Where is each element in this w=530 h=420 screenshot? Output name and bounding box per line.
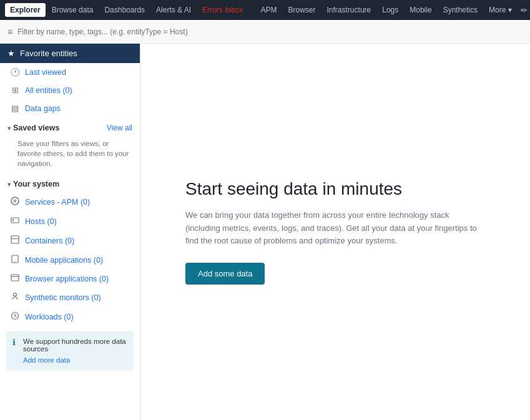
sidebar-item-hosts-label: Hosts (0) [25, 217, 57, 226]
svg-rect-5 [11, 238, 19, 239]
your-system-label: Your system [13, 180, 59, 188]
filter-icon: ≡ [7, 27, 12, 37]
nav-item-more[interactable]: More ▾ [484, 3, 517, 17]
containers-icon [10, 235, 20, 246]
filter-bar: ≡ [0, 20, 530, 44]
sidebar-item-workloads-label: Workloads (0) [25, 313, 74, 321]
data-gaps-icon: ▤ [10, 104, 20, 113]
saved-views-label: Saved views [13, 124, 59, 132]
sidebar-item-workloads[interactable]: Workloads (0) [0, 307, 140, 326]
saved-views-view-all[interactable]: View all [107, 124, 132, 132]
sidebar-item-all-entities[interactable]: ⊞ All entities (0) [0, 81, 140, 99]
add-more-data-link[interactable]: Add more data [23, 356, 70, 364]
sidebar-item-synthetic-monitors-label: Synthetic monitors (0) [25, 293, 101, 302]
saved-views-title-group: ▾ Saved views [7, 124, 59, 132]
favorite-entities-button[interactable]: ★ Favorite entities [0, 44, 140, 63]
favorite-entities-label: Favorite entities [20, 49, 77, 58]
sidebar-item-mobile-apps[interactable]: Mobile applications (0) [0, 250, 140, 270]
sidebar-item-synthetic-monitors[interactable]: Synthetic monitors (0) [0, 288, 140, 307]
start-content-block: Start seeing data in minutes We can brin… [185, 179, 485, 285]
page-description: We can bring your data together from acr… [185, 209, 485, 248]
svg-point-7 [14, 261, 16, 263]
top-nav: Explorer Browse data Dashboards Alerts &… [0, 0, 530, 20]
mobile-apps-icon [10, 255, 20, 265]
page-title: Start seeing data in minutes [185, 179, 485, 199]
svg-rect-8 [11, 275, 19, 281]
clock-icon: 🕐 [10, 67, 20, 77]
nav-item-infrastructure[interactable]: Infrastructure [322, 3, 376, 17]
workloads-icon [10, 311, 20, 322]
info-icon: ℹ [12, 338, 16, 347]
star-icon: ★ [7, 49, 15, 58]
sidebar-item-browser-apps-label: Browser applications (0) [25, 275, 109, 283]
main-layout: ★ Favorite entities 🕐 Last viewed ⊞ All … [0, 44, 530, 420]
nav-item-alerts-ai[interactable]: Alerts & AI [151, 3, 196, 17]
main-content: Start seeing data in minutes We can brin… [140, 44, 530, 420]
svg-rect-1 [11, 218, 19, 223]
nav-item-logs[interactable]: Logs [377, 3, 403, 17]
nav-item-browse-data[interactable]: Browse data [47, 3, 99, 17]
sidebar-info-text: We support hundreds more data sources [23, 338, 127, 353]
nav-item-dashboards[interactable]: Dashboards [99, 3, 150, 17]
hosts-icon [10, 216, 20, 227]
nav-item-browser[interactable]: Browser [283, 3, 321, 17]
sidebar-item-containers[interactable]: Containers (0) [0, 231, 140, 250]
grid-icon: ⊞ [10, 85, 20, 95]
sidebar-item-containers-label: Containers (0) [25, 237, 74, 245]
saved-views-collapse-icon: ▾ [7, 125, 11, 132]
nav-item-apm[interactable]: APM [256, 3, 282, 17]
sidebar: ★ Favorite entities 🕐 Last viewed ⊞ All … [0, 44, 140, 420]
services-apm-icon [10, 197, 20, 207]
svg-rect-2 [12, 219, 14, 220]
nav-item-errors-inbox[interactable]: Errors Inbox [197, 3, 248, 17]
sidebar-item-browser-apps[interactable]: Browser applications (0) [0, 270, 140, 288]
sidebar-item-services-apm[interactable]: Services - APM (0) [0, 192, 140, 212]
add-some-data-button[interactable]: Add some data [185, 263, 265, 285]
nav-item-mobile[interactable]: Mobile [405, 3, 436, 17]
sidebar-item-all-entities-label: All entities (0) [25, 86, 72, 95]
sidebar-item-mobile-apps-label: Mobile applications (0) [25, 256, 103, 265]
sidebar-item-hosts[interactable]: Hosts (0) [0, 212, 140, 231]
nav-item-synthetics[interactable]: Synthetics [438, 3, 483, 17]
sidebar-info-box: ℹ We support hundreds more data sources … [6, 331, 134, 371]
svg-rect-3 [12, 221, 14, 222]
sidebar-item-data-gaps-label: Data gaps [25, 104, 61, 113]
saved-views-header[interactable]: ▾ Saved views View all [0, 117, 140, 136]
filter-input[interactable] [17, 27, 523, 36]
synthetic-monitors-icon [10, 292, 20, 303]
edit-nav-icon[interactable]: ✏ [518, 3, 530, 17]
nav-item-explorer[interactable]: Explorer [5, 3, 46, 17]
sidebar-item-services-apm-label: Services - APM (0) [25, 198, 90, 207]
your-system-collapse-icon: ▾ [7, 181, 11, 188]
svg-rect-4 [11, 236, 19, 243]
sidebar-item-last-viewed-label: Last viewed [25, 68, 66, 77]
your-system-header[interactable]: ▾ Your system [0, 173, 140, 192]
sidebar-item-last-viewed[interactable]: 🕐 Last viewed [0, 63, 140, 81]
browser-apps-icon [10, 274, 20, 283]
saved-views-description: Save your filters as views, or favorite … [0, 136, 140, 173]
sidebar-item-data-gaps[interactable]: ▤ Data gaps [0, 99, 140, 117]
svg-point-9 [14, 293, 17, 296]
your-system-title-group: ▾ Your system [7, 180, 59, 188]
